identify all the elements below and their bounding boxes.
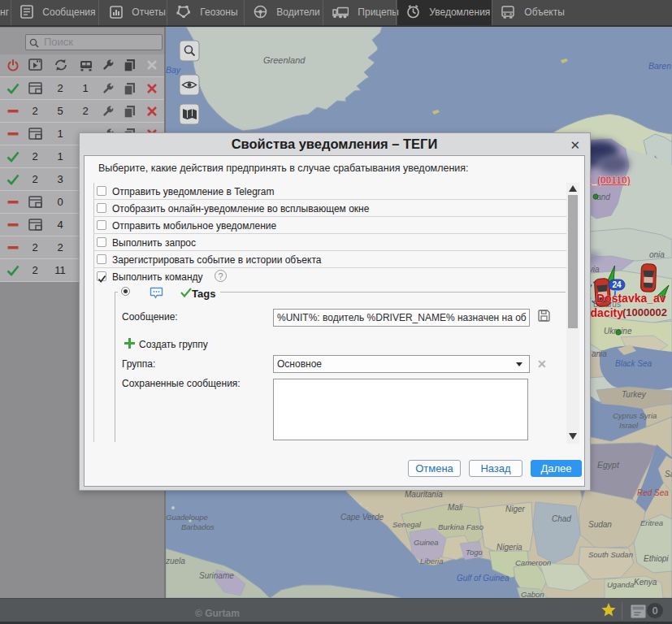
svg-text:Cape Verde: Cape Verde [340,513,384,522]
svg-text:Gabon: Gabon [521,590,544,598]
svg-text:Greenland: Greenland [263,55,306,65]
svg-text:Eritrea: Eritrea [640,518,663,527]
svg-text:Mali: Mali [448,503,463,512]
svg-text:Red Sea: Red Sea [637,488,669,497]
svg-text:Kenya: Kenya [634,578,657,587]
svg-text:onia: onia [649,250,665,259]
svg-text:Guinea: Guinea [414,538,439,547]
svg-text:Liberia: Liberia [420,557,444,566]
svg-text:Guadeloupe: Guadeloupe [166,513,208,522]
svg-text:Israel: Israel [619,421,639,430]
svg-text:24: 24 [612,280,622,289]
svg-text:Sudan: Sudan [588,520,612,529]
svg-text:Gulf of Guinea: Gulf of Guinea [457,574,509,583]
svg-text:Uganda: Uganda [607,580,634,589]
svg-text:Barbados: Barbados [181,522,215,531]
svg-text:Baren: Baren [648,61,671,71]
svg-text:South Sudan: South Sudan [588,550,633,559]
svg-text:Egypt: Egypt [597,460,620,470]
svg-text:Burkina Faso: Burkina Faso [438,522,483,531]
svg-text:(1000002: (1000002 [622,306,667,318]
svg-text:Dostavka_av: Dostavka_av [596,292,666,305]
svg-text:zuela: zuela [166,557,185,566]
svg-text:Turkey: Turkey [622,390,647,399]
svg-text:Togo: Togo [466,548,483,557]
svg-text:Chad: Chad [552,514,571,523]
svg-text:l_(00110): l_(00110) [589,175,631,186]
svg-text:Niger: Niger [505,505,526,514]
svg-text:Ethiopi: Ethiopi [644,554,669,563]
svg-text:Nigeria: Nigeria [496,543,522,552]
svg-text:Bay: Bay [166,65,181,75]
svg-text:Sau: Sau [665,470,672,479]
svg-text:Black Sea: Black Sea [615,359,652,368]
svg-text:Suriname: Suriname [199,571,234,580]
svg-text:ania: ania [592,349,607,358]
svg-text:Cyprus Syria: Cyprus Syria [613,411,657,420]
svg-text:Mauritania: Mauritania [405,490,443,499]
svg-text:Cameroon: Cameroon [515,558,551,567]
svg-text:Senegal: Senegal [392,520,422,529]
